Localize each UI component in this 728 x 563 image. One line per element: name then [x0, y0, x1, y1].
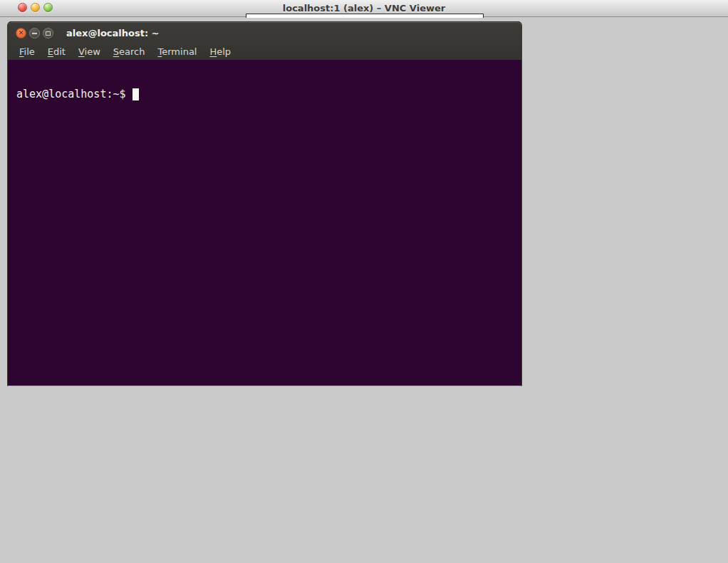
menu-help[interactable]: Help — [203, 44, 237, 59]
menu-search[interactable]: Search — [107, 44, 152, 59]
terminal-header: ✕ alex@localhost: ~ File Edit View Searc… — [8, 21, 521, 60]
menu-edit[interactable]: Edit — [41, 44, 72, 59]
menu-view[interactable]: View — [72, 44, 107, 59]
macos-close-button[interactable] — [18, 3, 27, 12]
terminal-window: ✕ alex@localhost: ~ File Edit View Searc… — [7, 21, 522, 386]
terminal-screen[interactable]: alex@localhost:~$ — [8, 60, 521, 386]
terminal-minimize-button[interactable] — [29, 28, 40, 38]
prompt-line: alex@localhost:~$ — [16, 88, 521, 100]
vnc-toolbar-tab[interactable] — [246, 14, 484, 18]
terminal-close-button[interactable]: ✕ — [16, 28, 26, 38]
menu-terminal[interactable]: Terminal — [152, 44, 204, 59]
terminal-cursor — [132, 88, 139, 100]
macos-zoom-button[interactable] — [43, 3, 53, 12]
terminal-titlebar[interactable]: ✕ alex@localhost: ~ — [8, 22, 521, 42]
menu-file[interactable]: File — [13, 44, 41, 59]
macos-minimize-button[interactable] — [31, 3, 40, 12]
remote-desktop: ✕ alex@localhost: ~ File Edit View Searc… — [0, 18, 728, 563]
minimize-icon — [32, 33, 37, 34]
traffic-lights — [18, 3, 53, 12]
terminal-menubar: File Edit View Search Terminal Help — [8, 42, 521, 61]
terminal-maximize-button[interactable] — [43, 28, 53, 38]
close-icon: ✕ — [19, 30, 24, 36]
vnc-window-title: localhost:1 (alex) – VNC Viewer — [0, 3, 728, 14]
shell-prompt: alex@localhost:~$ — [16, 88, 126, 100]
maximize-icon — [46, 31, 51, 36]
terminal-title: alex@localhost: ~ — [66, 28, 160, 38]
